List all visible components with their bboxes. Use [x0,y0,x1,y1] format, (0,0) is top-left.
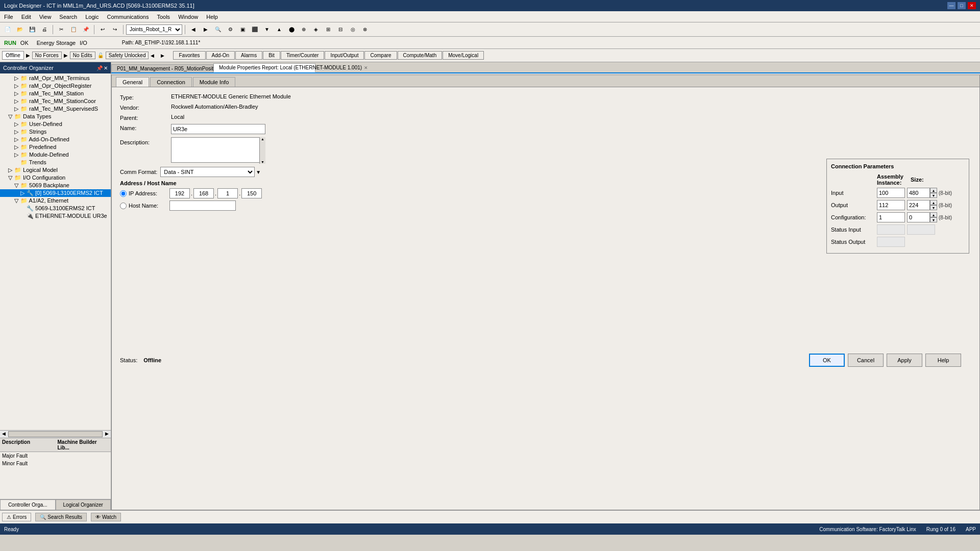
cp-input-spin-down[interactable]: ▼ [930,193,937,198]
ip-oct2-input[interactable] [193,188,214,198]
ok-button[interactable]: OK [809,354,845,367]
expand-right-btn[interactable]: ▶ [161,53,169,58]
menu-view[interactable]: View [35,13,56,21]
open-button[interactable]: 📂 [14,24,26,35]
tb-btn-2[interactable]: ▶ [200,24,211,35]
tree-item[interactable]: ▷📁 raM_Opr_ObjectRegister [0,82,111,90]
tb-btn-1[interactable]: ◀ [188,24,199,35]
tb-btn-4[interactable]: ⚙ [225,24,236,35]
bottom-tab-watch[interactable]: 👁 Watch [91,513,121,521]
cp-output-size-field[interactable] [907,200,930,210]
bottom-tab-search[interactable]: 🔍 Search Results [35,513,87,521]
dialog-tab-moduleinfo[interactable]: Module Info [193,77,235,87]
help-button[interactable]: Help [925,354,961,367]
doc-tab-close-icon[interactable]: ✕ [364,65,368,70]
tb-btn-8[interactable]: ▲ [274,24,285,35]
tb-btn-15[interactable]: ⊗ [359,24,371,35]
tree-item[interactable]: ▷📁 User-Defined [0,120,111,128]
cp-config-spin-up[interactable]: ▲ [930,212,937,217]
menu-help[interactable]: Help [202,13,222,21]
hostname-field[interactable] [169,201,236,211]
tb-btn-11[interactable]: ◈ [310,24,322,35]
tab-alarms[interactable]: Alarms [235,51,262,60]
tree-item[interactable]: ▷📁 raM_Tec_MM_Station [0,90,111,97]
save-button[interactable]: 💾 [27,24,38,35]
tree-item-ethernet-module[interactable]: 🔌 ETHERNET-MODULE UR3e [0,212,111,220]
paste-button[interactable]: 📌 [80,24,91,35]
tb-btn-12[interactable]: ⊞ [323,24,334,35]
print-button[interactable]: 🖨 [39,24,50,35]
tb-btn-9[interactable]: ⬤ [286,24,297,35]
bottom-tab-errors[interactable]: ⚠ Errors [2,513,31,521]
tb-btn-5[interactable]: ▣ [237,24,248,35]
sidebar-pin-icon[interactable]: 📌 [96,65,103,71]
tree-item[interactable]: ▷📁 Add-On-Defined [0,136,111,143]
tb-btn-3[interactable]: 🔍 [212,24,224,35]
copy-button[interactable]: 📋 [68,24,79,35]
scroll-down-btn[interactable]: ▼ [260,160,265,164]
tb-btn-13[interactable]: ⊟ [335,24,346,35]
tree-item[interactable]: ▷📁 Module-Defined [0,151,111,159]
tree-item-controller[interactable]: ▷🔧 [0] 5069-L3100ERMS2 ICT [0,189,111,197]
tree-item-backplane[interactable]: ▽📁 5069 Backplane [0,182,111,189]
tab-computemath[interactable]: Compute/Math [398,51,443,60]
tb-btn-6[interactable]: ⬛ [249,24,260,35]
tb-btn-14[interactable]: ◎ [347,24,358,35]
tree-item[interactable]: ▷📁 Predefined [0,143,111,151]
redo-button[interactable]: ↪ [109,24,120,35]
sidebar-tab-logical[interactable]: Logical Organizer [56,499,111,510]
ip-radio[interactable] [120,190,127,197]
doc-tab-motion[interactable]: P01_MM_Management - R05_MotionPositionMo… [111,64,213,72]
tab-timercounter[interactable]: Timer/Counter [281,51,325,60]
cp-output-spin-up[interactable]: ▲ [930,200,937,205]
hostname-radio[interactable] [120,203,127,209]
menu-edit[interactable]: Edit [17,13,35,21]
cp-output-spin-down[interactable]: ▼ [930,205,937,210]
ip-oct3-input[interactable] [217,188,238,198]
sidebar-close-icon[interactable]: ✕ [104,65,108,71]
tb-btn-10[interactable]: ⊕ [298,24,309,35]
menu-communications[interactable]: Communications [103,13,153,21]
cp-input-spin-up[interactable]: ▲ [930,188,937,193]
tab-inputoutput[interactable]: Input/Output [325,51,364,60]
menu-logic[interactable]: Logic [81,13,103,21]
menu-window[interactable]: Window [174,13,202,21]
apply-button[interactable]: Apply [887,354,922,367]
tb-btn-7[interactable]: ▼ [261,24,273,35]
tree-item[interactable]: ▷📁 Strings [0,128,111,136]
tree-item[interactable]: 📁 Trends [0,159,111,166]
tab-favorites[interactable]: Favorites [173,51,205,60]
minimize-button[interactable]: — [947,2,955,9]
tree-item-ethernet[interactable]: ▽📁 A1/A2, Ethernet [0,197,111,205]
sidebar-tab-controller[interactable]: Controller Orga... [0,499,56,510]
cp-config-spin-down[interactable]: ▼ [930,217,937,222]
tree-item-ioconfig[interactable]: ▽📁 I/O Configuration [0,174,111,182]
cp-config-size-field[interactable] [907,212,930,222]
cp-output-assembly-field[interactable] [877,200,905,210]
tab-addon[interactable]: Add-On [206,51,235,60]
tab-bit[interactable]: Bit [263,51,280,60]
scope-dropdown[interactable]: Joints_Robot_1_R [126,24,182,35]
tab-movelogical[interactable]: Move/Logical [443,51,484,60]
tree-item-datatypes[interactable]: ▽📁 Data Types [0,113,111,120]
dialog-tab-connection[interactable]: Connection [150,77,192,87]
menu-tools[interactable]: Tools [153,13,174,21]
ip-oct1-input[interactable] [169,188,190,198]
cp-input-assembly-field[interactable] [877,188,905,198]
close-button[interactable]: ✕ [968,2,976,9]
scroll-left-btn[interactable]: ◀ [0,431,8,438]
name-field[interactable] [171,124,265,134]
tree-item[interactable]: ▷📁 raM_Tec_MM_StationCoor [0,97,111,105]
scroll-up-btn[interactable]: ▲ [260,137,265,141]
expand-left-btn[interactable]: ◀ [151,53,159,58]
cp-input-size-field[interactable] [907,188,930,198]
doc-tab-module[interactable]: Module Properties Report: Local (ETHERNE… [213,63,315,72]
tree-item-logicalmodel[interactable]: ▷📁 Logical Model [0,166,111,174]
menu-search[interactable]: Search [55,13,81,21]
comm-format-dropdown[interactable]: Data - SINT [160,167,255,177]
menu-file[interactable]: File [0,13,17,21]
tab-compare[interactable]: Compare [364,51,397,60]
scroll-right-btn[interactable]: ▶ [103,431,111,438]
dialog-tab-general[interactable]: General [116,77,149,87]
cut-button[interactable]: ✂ [56,24,67,35]
